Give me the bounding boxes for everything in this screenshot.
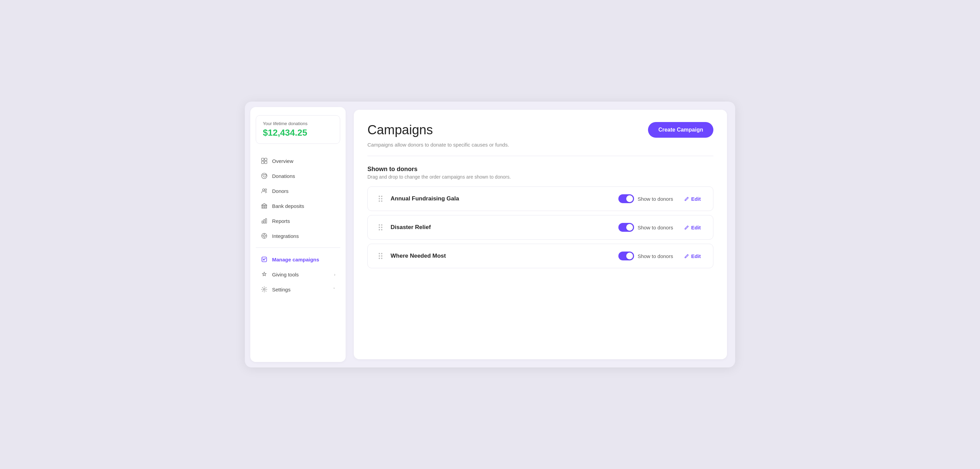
integrations-icon xyxy=(261,232,268,239)
section-divider xyxy=(368,156,713,156)
show-to-donors-toggle[interactable] xyxy=(618,223,634,232)
drag-handle[interactable] xyxy=(377,194,384,203)
show-to-donors-toggle[interactable] xyxy=(618,194,634,203)
nav-divider xyxy=(256,247,340,248)
sidebar-item-giving-tools[interactable]: Giving tools › xyxy=(256,267,340,282)
campaign-name: Annual Fundraising Gala xyxy=(391,195,612,202)
sidebar-item-settings[interactable]: Settings ˅ xyxy=(256,282,340,297)
page-header: Campaigns Create Campaign xyxy=(368,122,713,138)
show-to-donors-label: Show to donors xyxy=(638,225,673,230)
giving-tools-chevron: › xyxy=(334,272,336,277)
svg-rect-2 xyxy=(261,161,264,164)
campaign-actions: Show to donors Edit xyxy=(618,252,703,260)
sidebar-item-donations[interactable]: Donations xyxy=(256,168,340,183)
grid-icon xyxy=(261,157,268,164)
create-campaign-button[interactable]: Create Campaign xyxy=(648,122,713,138)
lifetime-card: Your lifetime donations $12,434.25 xyxy=(256,115,340,144)
sidebar-item-reports[interactable]: Reports xyxy=(256,213,340,228)
drag-handle[interactable] xyxy=(377,252,384,260)
content-card: Campaigns Create Campaign Campaigns allo… xyxy=(354,110,727,359)
shown-section-subtitle: Drag and drop to change the order campai… xyxy=(368,174,713,180)
sidebar-item-bank-deposits-label: Bank deposits xyxy=(272,203,304,209)
sidebar-item-reports-label: Reports xyxy=(272,218,290,224)
sidebar-item-manage-campaigns-label: Manage campaigns xyxy=(272,257,319,262)
manage-campaigns-icon xyxy=(261,256,268,263)
settings-chevron: ˅ xyxy=(333,287,336,292)
toggle-wrapper: Show to donors xyxy=(618,223,673,232)
campaign-list: Annual Fundraising Gala Show to donors xyxy=(368,187,713,268)
sidebar-item-giving-tools-label: Giving tools xyxy=(272,272,299,278)
show-to-donors-toggle[interactable] xyxy=(618,252,634,260)
edit-button[interactable]: Edit xyxy=(681,223,703,232)
bank-icon xyxy=(261,202,268,210)
sidebar-item-donors-label: Donors xyxy=(272,188,288,194)
svg-rect-11 xyxy=(264,220,265,223)
svg-rect-3 xyxy=(264,161,267,164)
svg-rect-9 xyxy=(266,206,267,207)
shown-section: Shown to donors Drag and drop to change … xyxy=(368,166,713,268)
table-row: Disaster Relief Show to donors xyxy=(368,215,713,239)
shown-section-title: Shown to donors xyxy=(368,166,713,173)
sidebar-item-overview[interactable]: Overview xyxy=(256,153,340,168)
page-title: Campaigns xyxy=(368,123,433,137)
campaign-name: Where Needed Most xyxy=(391,252,612,259)
sidebar-item-donations-label: Donations xyxy=(272,173,295,179)
table-row: Where Needed Most Show to donors xyxy=(368,244,713,268)
sidebar-item-bank-deposits[interactable]: Bank deposits xyxy=(256,198,340,213)
sidebar-item-donors[interactable]: Donors xyxy=(256,183,340,198)
svg-rect-10 xyxy=(262,221,263,223)
toggle-wrapper: Show to donors xyxy=(618,194,673,203)
svg-rect-1 xyxy=(264,158,267,161)
svg-point-6 xyxy=(265,189,267,190)
table-row: Annual Fundraising Gala Show to donors xyxy=(368,187,713,211)
page-subtitle: Campaigns allow donors to donate to spec… xyxy=(368,142,713,148)
campaign-actions: Show to donors Edit xyxy=(618,223,703,232)
sidebar-item-overview-label: Overview xyxy=(272,158,294,164)
heart-icon xyxy=(261,172,268,180)
sidebar-item-integrations[interactable]: Integrations xyxy=(256,228,340,243)
bar-chart-icon xyxy=(261,217,268,225)
sidebar-item-integrations-label: Integrations xyxy=(272,233,299,239)
app-container: Your lifetime donations $12,434.25 Overv… xyxy=(245,102,735,367)
sidebar-item-manage-campaigns[interactable]: Manage campaigns xyxy=(256,252,340,267)
users-icon xyxy=(261,187,268,195)
svg-point-14 xyxy=(263,235,265,237)
svg-rect-0 xyxy=(261,158,264,161)
svg-point-5 xyxy=(262,189,264,191)
svg-rect-12 xyxy=(266,219,267,223)
campaign-name: Disaster Relief xyxy=(391,224,612,231)
edit-button[interactable]: Edit xyxy=(681,252,703,260)
svg-point-20 xyxy=(264,289,265,290)
sidebar-item-settings-label: Settings xyxy=(272,287,290,292)
svg-rect-7 xyxy=(262,206,263,207)
settings-icon xyxy=(261,286,268,293)
edit-button[interactable]: Edit xyxy=(681,195,703,203)
main-content: Campaigns Create Campaign Campaigns allo… xyxy=(351,102,735,367)
toggle-wrapper: Show to donors xyxy=(618,252,673,260)
show-to-donors-label: Show to donors xyxy=(638,253,673,259)
lifetime-amount: $12,434.25 xyxy=(263,128,333,138)
svg-rect-8 xyxy=(264,206,265,207)
lifetime-label: Your lifetime donations xyxy=(263,121,333,126)
show-to-donors-label: Show to donors xyxy=(638,196,673,202)
campaign-actions: Show to donors Edit xyxy=(618,194,703,203)
sidebar: Your lifetime donations $12,434.25 Overv… xyxy=(250,107,345,362)
giving-tools-icon xyxy=(261,271,268,278)
drag-handle[interactable] xyxy=(377,223,384,232)
